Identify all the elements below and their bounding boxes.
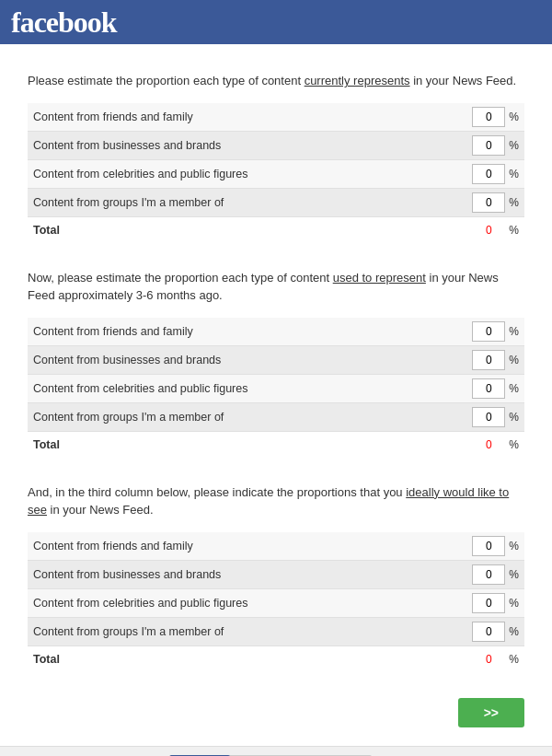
s3-total-value: 0 bbox=[472, 653, 505, 666]
s3-celebrities-input[interactable] bbox=[472, 593, 505, 613]
row-input-wrap: % bbox=[472, 135, 519, 156]
section-3: And, in the third column below, please i… bbox=[28, 483, 524, 672]
s2-friends-input[interactable] bbox=[472, 321, 505, 342]
percent-symbol: % bbox=[509, 325, 519, 338]
table-row: Content from businesses and brands % bbox=[28, 561, 524, 589]
table-row: Content from friends and family % bbox=[28, 103, 524, 132]
row-label: Content from groups I'm a member of bbox=[33, 411, 472, 424]
table-row: Content from businesses and brands % bbox=[28, 346, 524, 375]
percent-symbol: % bbox=[509, 168, 519, 180]
section-3-question: And, in the third column below, please i… bbox=[28, 483, 524, 519]
row-input-wrap: 0 % bbox=[472, 653, 519, 666]
row-input-wrap: 0 % bbox=[472, 224, 519, 237]
section-1-question: Please estimate the proportion each type… bbox=[28, 72, 524, 90]
percent-symbol: % bbox=[509, 625, 519, 638]
next-button[interactable]: >> bbox=[458, 698, 524, 727]
percent-symbol: % bbox=[509, 653, 519, 666]
s2-businesses-input[interactable] bbox=[472, 350, 505, 370]
table-row: Total 0 % bbox=[28, 432, 524, 458]
row-input-wrap: % bbox=[472, 622, 519, 642]
header: facebook bbox=[0, 0, 552, 44]
s2-groups-input[interactable] bbox=[472, 407, 505, 427]
row-label: Content from celebrities and public figu… bbox=[33, 382, 472, 395]
s3-friends-input[interactable] bbox=[472, 536, 505, 556]
row-label: Content from friends and family bbox=[33, 325, 472, 338]
s1-celebrities-input[interactable] bbox=[472, 164, 505, 184]
section-2: Now, please estimate the proportion each… bbox=[28, 269, 524, 458]
section-2-question: Now, please estimate the proportion each… bbox=[28, 269, 524, 305]
row-input-wrap: % bbox=[472, 350, 519, 370]
row-input-wrap: % bbox=[472, 407, 519, 427]
row-label: Content from groups I'm a member of bbox=[33, 625, 472, 638]
row-label: Content from celebrities and public figu… bbox=[33, 597, 472, 610]
row-label: Content from groups I'm a member of bbox=[33, 196, 472, 209]
percent-symbol: % bbox=[509, 568, 519, 581]
table-row: Content from groups I'm a member of % bbox=[28, 618, 524, 646]
section-2-table: Content from friends and family % Conten… bbox=[28, 318, 524, 458]
table-row: Content from groups I'm a member of % bbox=[28, 403, 524, 432]
row-label: Content from businesses and brands bbox=[33, 354, 472, 366]
facebook-logo: facebook bbox=[11, 6, 117, 40]
table-row: Total 0 % bbox=[28, 646, 524, 672]
total-label: Total bbox=[33, 224, 472, 237]
table-row: Content from groups I'm a member of % bbox=[28, 189, 524, 217]
table-row: Content from businesses and brands % bbox=[28, 132, 524, 160]
row-input-wrap: % bbox=[472, 378, 519, 399]
row-label: Content from businesses and brands bbox=[33, 139, 472, 152]
total-label: Total bbox=[33, 438, 472, 451]
row-input-wrap: % bbox=[472, 321, 519, 342]
table-row: Content from friends and family % bbox=[28, 532, 524, 561]
section-1: Please estimate the proportion each type… bbox=[28, 72, 524, 243]
percent-symbol: % bbox=[509, 139, 519, 152]
percent-symbol: % bbox=[509, 411, 519, 424]
main-content: Please estimate the proportion each type… bbox=[0, 44, 552, 746]
table-row: Total 0 % bbox=[28, 217, 524, 243]
table-row: Content from celebrities and public figu… bbox=[28, 160, 524, 189]
percent-symbol: % bbox=[509, 354, 519, 366]
section-3-table: Content from friends and family % Conten… bbox=[28, 532, 524, 672]
s1-groups-input[interactable] bbox=[472, 192, 505, 213]
section-1-table: Content from friends and family % Conten… bbox=[28, 103, 524, 243]
percent-symbol: % bbox=[509, 540, 519, 552]
table-row: Content from celebrities and public figu… bbox=[28, 375, 524, 403]
s1-businesses-input[interactable] bbox=[472, 135, 505, 156]
s1-friends-input[interactable] bbox=[472, 107, 505, 127]
percent-symbol: % bbox=[509, 196, 519, 209]
footer-progress: 0% 100% bbox=[0, 746, 552, 757]
percent-symbol: % bbox=[509, 110, 519, 123]
row-input-wrap: % bbox=[472, 192, 519, 213]
percent-symbol: % bbox=[509, 438, 519, 451]
s1-total-value: 0 bbox=[472, 224, 505, 237]
table-row: Content from celebrities and public figu… bbox=[28, 589, 524, 618]
percent-symbol: % bbox=[509, 224, 519, 237]
percent-symbol: % bbox=[509, 382, 519, 395]
row-input-wrap: % bbox=[472, 564, 519, 585]
row-label: Content from businesses and brands bbox=[33, 568, 472, 581]
row-input-wrap: % bbox=[472, 593, 519, 613]
s2-total-value: 0 bbox=[472, 438, 505, 451]
table-row: Content from friends and family % bbox=[28, 318, 524, 346]
s3-businesses-input[interactable] bbox=[472, 564, 505, 585]
total-label: Total bbox=[33, 653, 472, 666]
row-label: Content from friends and family bbox=[33, 540, 472, 552]
row-input-wrap: % bbox=[472, 536, 519, 556]
row-label: Content from friends and family bbox=[33, 110, 472, 123]
percent-symbol: % bbox=[509, 597, 519, 610]
s2-celebrities-input[interactable] bbox=[472, 378, 505, 399]
row-input-wrap: 0 % bbox=[472, 438, 519, 451]
s3-groups-input[interactable] bbox=[472, 622, 505, 642]
row-input-wrap: % bbox=[472, 107, 519, 127]
row-label: Content from celebrities and public figu… bbox=[33, 168, 472, 180]
row-input-wrap: % bbox=[472, 164, 519, 184]
